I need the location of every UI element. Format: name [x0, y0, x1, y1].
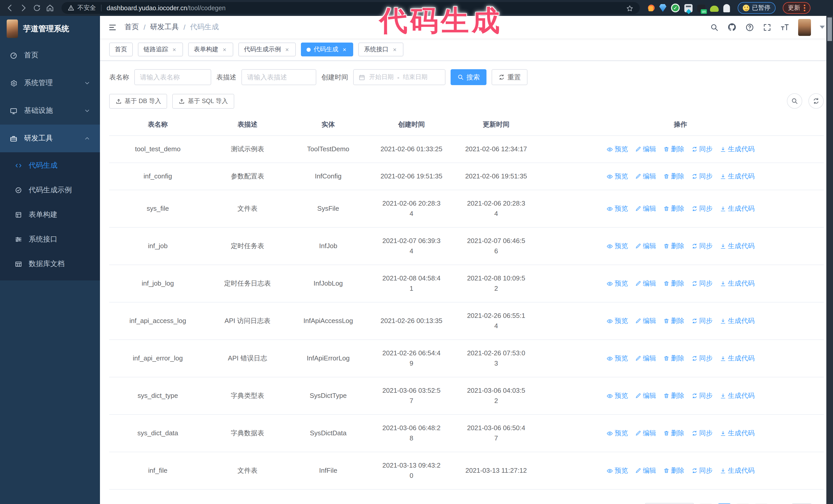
action-edit[interactable]: 编辑 [635, 171, 656, 182]
action-edit[interactable]: 编辑 [635, 465, 656, 476]
action-preview[interactable]: 预览 [606, 171, 628, 182]
action-preview[interactable]: 预览 [606, 465, 628, 476]
action-edit[interactable]: 编辑 [635, 353, 656, 363]
browser-forward-button[interactable] [18, 2, 29, 14]
date-start-placeholder[interactable]: 开始日期 [369, 73, 394, 81]
action-sync[interactable]: 同步 [691, 241, 713, 251]
action-sync[interactable]: 同步 [691, 203, 713, 214]
action-sync[interactable]: 同步 [691, 465, 713, 476]
sidebar-item-system-management[interactable]: 系统管理 [0, 69, 100, 97]
extension-orange-icon[interactable] [648, 5, 654, 11]
action-sync[interactable]: 同步 [691, 171, 713, 182]
action-edit[interactable]: 编辑 [635, 391, 656, 401]
update-button[interactable]: 更新 [783, 2, 810, 14]
action-generate-code[interactable]: 生成代码 [720, 203, 755, 214]
action-edit[interactable]: 编辑 [635, 144, 656, 154]
action-delete[interactable]: 删除 [663, 316, 684, 326]
tab-close-icon[interactable] [391, 46, 398, 53]
refresh-table-button[interactable] [808, 93, 824, 109]
action-preview[interactable]: 预览 [606, 353, 628, 363]
breadcrumb-dev-tools[interactable]: 研发工具 [150, 23, 179, 32]
fullscreen-icon[interactable] [763, 23, 771, 31]
sidebar-subitem-system-api[interactable]: 系统接口 [0, 227, 100, 252]
extension-android-icon[interactable] [710, 6, 719, 12]
search-button[interactable]: 搜索 [451, 69, 486, 85]
action-sync[interactable]: 同步 [691, 353, 713, 363]
action-preview[interactable]: 预览 [606, 241, 628, 251]
tab-close-icon[interactable] [171, 46, 177, 53]
address-bar[interactable]: 不安全 dashboard.yudao.iocoder.cn/tool/code… [62, 2, 640, 14]
menu-fold-icon[interactable] [108, 23, 117, 32]
action-delete[interactable]: 删除 [663, 171, 684, 182]
sidebar-item-dev-tools[interactable]: 研发工具 [0, 125, 100, 152]
tab-trace[interactable]: 链路追踪 [138, 43, 183, 56]
action-sync[interactable]: 同步 [691, 391, 713, 401]
action-preview[interactable]: 预览 [606, 279, 628, 289]
action-generate-code[interactable]: 生成代码 [720, 144, 755, 154]
action-delete[interactable]: 删除 [663, 391, 684, 401]
action-generate-code[interactable]: 生成代码 [720, 465, 755, 476]
bookmark-star-icon[interactable] [626, 3, 634, 13]
action-delete[interactable]: 删除 [663, 279, 684, 289]
sidebar-item-infrastructure[interactable]: 基础设施 [0, 97, 100, 125]
action-sync[interactable]: 同步 [691, 279, 713, 289]
action-delete[interactable]: 删除 [663, 428, 684, 438]
sidebar-subitem-codegen-example[interactable]: 代码生成示例 [0, 178, 100, 202]
extension-check-icon[interactable] [671, 4, 680, 12]
github-icon[interactable] [728, 23, 737, 32]
font-size-icon[interactable] [780, 23, 789, 32]
action-preview[interactable]: 预览 [606, 144, 628, 154]
browser-home-button[interactable] [44, 2, 56, 14]
sidebar-subitem-codegen[interactable]: 代码生成 [0, 153, 100, 178]
tab-home[interactable]: 首页 [109, 43, 133, 56]
help-icon[interactable] [745, 23, 754, 31]
sidebar-subitem-form-builder[interactable]: 表单构建 [0, 202, 100, 227]
scrollbar-thumb[interactable] [827, 18, 832, 41]
action-edit[interactable]: 编辑 [635, 241, 656, 251]
sidebar-subitem-db-doc[interactable]: 数据库文档 [0, 252, 100, 277]
action-generate-code[interactable]: 生成代码 [720, 353, 755, 363]
action-preview[interactable]: 预览 [606, 428, 628, 438]
action-edit[interactable]: 编辑 [635, 428, 656, 438]
search-icon[interactable] [710, 23, 719, 31]
import-sql-button[interactable]: 基于 SQL 导入 [172, 94, 234, 109]
action-delete[interactable]: 删除 [663, 144, 684, 154]
sidebar-item-home[interactable]: 首页 [0, 42, 100, 69]
browser-back-button[interactable] [4, 2, 16, 14]
toggle-search-button[interactable] [787, 93, 802, 109]
user-menu-caret-icon[interactable] [820, 26, 825, 29]
tab-codegen-example[interactable]: 代码生成示例 [238, 43, 296, 56]
action-generate-code[interactable]: 生成代码 [720, 316, 755, 326]
extension-on-icon[interactable] [697, 4, 705, 11]
table-name-input[interactable] [134, 69, 211, 85]
action-preview[interactable]: 预览 [606, 203, 628, 214]
action-edit[interactable]: 编辑 [635, 316, 656, 326]
action-generate-code[interactable]: 生成代码 [720, 241, 755, 251]
reset-button[interactable]: 重置 [492, 69, 527, 85]
action-generate-code[interactable]: 生成代码 [720, 171, 755, 182]
action-preview[interactable]: 预览 [606, 316, 628, 326]
action-sync[interactable]: 同步 [691, 428, 713, 438]
action-delete[interactable]: 删除 [663, 241, 684, 251]
action-delete[interactable]: 删除 [663, 353, 684, 363]
table-desc-input[interactable] [241, 69, 316, 85]
action-sync[interactable]: 同步 [691, 144, 713, 154]
page-scrollbar[interactable] [826, 16, 833, 504]
tab-form-builder[interactable]: 表单构建 [188, 43, 233, 56]
action-generate-code[interactable]: 生成代码 [720, 279, 755, 289]
paused-badge[interactable]: 已暂停 [738, 2, 776, 14]
action-generate-code[interactable]: 生成代码 [720, 391, 755, 401]
extension-ghost-icon[interactable] [723, 4, 730, 12]
extension-grid-icon[interactable] [684, 4, 693, 12]
action-generate-code[interactable]: 生成代码 [720, 428, 755, 438]
tab-close-icon[interactable] [341, 46, 348, 53]
action-sync[interactable]: 同步 [691, 316, 713, 326]
action-delete[interactable]: 删除 [663, 203, 684, 214]
tab-close-icon[interactable] [221, 46, 228, 53]
user-avatar[interactable] [798, 19, 811, 35]
page-size-select[interactable]: 10条/页 [645, 503, 694, 504]
action-edit[interactable]: 编辑 [635, 279, 656, 289]
date-end-placeholder[interactable]: 结束日期 [403, 73, 428, 81]
action-preview[interactable]: 预览 [606, 391, 628, 401]
action-delete[interactable]: 删除 [663, 465, 684, 476]
